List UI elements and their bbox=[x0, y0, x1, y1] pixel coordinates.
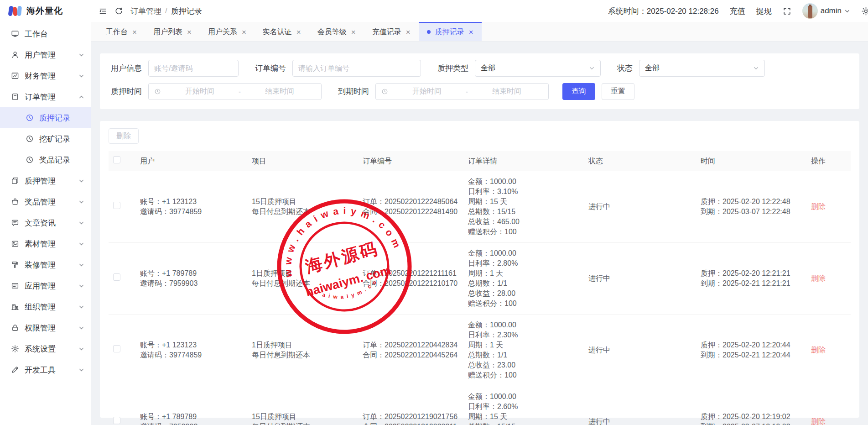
clock-icon bbox=[154, 88, 161, 95]
query-button[interactable]: 查询 bbox=[562, 83, 595, 100]
sidebar-item-system-settings[interactable]: 系统设置 bbox=[0, 338, 91, 359]
delete-row-link[interactable]: 删除 bbox=[811, 274, 826, 282]
close-icon[interactable]: × bbox=[187, 28, 192, 36]
sidebar-item-decoration[interactable]: 装修管理 bbox=[0, 254, 91, 275]
sidebar-item-mining-records[interactable]: 挖矿记录 bbox=[0, 128, 91, 149]
user-menu[interactable]: admin bbox=[802, 3, 850, 19]
sidebar-item-pledge-mgmt[interactable]: 质押管理 bbox=[0, 170, 91, 191]
row-checkbox[interactable] bbox=[113, 417, 120, 424]
close-icon[interactable]: × bbox=[406, 28, 411, 36]
building-icon bbox=[11, 303, 19, 311]
sidebar-item-prize-records[interactable]: 奖品记录 bbox=[0, 149, 91, 170]
range-separator: - bbox=[236, 88, 244, 96]
time-cell: 质押：2025-02-20 12:19:02 到期：2025-03-07 12:… bbox=[701, 412, 811, 425]
table-panel: 删除 用户 项目 订单编号 订单详情 状态 时间 操作 账号：+1 123123 bbox=[100, 121, 859, 418]
paint-icon bbox=[11, 261, 19, 269]
sidebar-item-user-mgmt[interactable]: 用户管理 bbox=[0, 44, 91, 65]
order-detail-cell: 金额：1000.00 日利率：3.10% 周期：15 天 总期数：15/15 总… bbox=[468, 177, 588, 237]
select-all-checkbox[interactable] bbox=[113, 156, 120, 163]
sidebar-item-app-mgmt[interactable]: 应用管理 bbox=[0, 275, 91, 296]
chevron-down-icon bbox=[78, 367, 84, 373]
tab-recharge-records[interactable]: 充值记录 × bbox=[364, 22, 419, 41]
table-row: 账号：+1 789789 邀请码：7959903 15日质押项目 每日付息到期还… bbox=[109, 386, 851, 425]
row-checkbox[interactable] bbox=[113, 345, 120, 352]
order-no-cell: 订单：202502201221211161 合同：202502201221210… bbox=[363, 268, 468, 289]
delete-row-link[interactable]: 删除 bbox=[811, 203, 826, 210]
avatar[interactable] bbox=[802, 3, 818, 19]
chevron-down-icon bbox=[78, 325, 84, 331]
tab-label: 充值记录 bbox=[372, 27, 401, 37]
sidebar-item-order-mgmt[interactable]: 订单管理 bbox=[0, 86, 91, 107]
collapse-menu-icon[interactable] bbox=[99, 7, 107, 16]
order-detail-cell: 金额：1000.00 日利率：2.80% 周期：1 天 总期数：1/1 总收益：… bbox=[468, 248, 588, 309]
batch-delete-button[interactable]: 删除 bbox=[109, 128, 139, 144]
sidebar-item-org-mgmt[interactable]: 组织管理 bbox=[0, 296, 91, 317]
settings-gear-icon[interactable] bbox=[861, 6, 868, 16]
tab-bar: 工作台 × 用户列表 × 用户关系 × 实名认证 × 会员等级 × 充值记录 ×… bbox=[91, 22, 868, 42]
tab-user-relation[interactable]: 用户关系 × bbox=[200, 22, 255, 41]
refresh-icon[interactable] bbox=[114, 7, 123, 16]
fullscreen-icon[interactable] bbox=[783, 7, 791, 16]
table-row: 账号：+1 123123 邀请码：39774859 1日质押项目 每日付息到期还… bbox=[109, 315, 851, 386]
clock-icon bbox=[26, 156, 34, 164]
close-icon[interactable]: × bbox=[132, 28, 137, 36]
sidebar-item-articles[interactable]: 文章资讯 bbox=[0, 212, 91, 233]
pledge-time-start[interactable]: 开始时间 bbox=[164, 87, 236, 96]
row-checkbox[interactable] bbox=[113, 273, 120, 281]
monitor-icon bbox=[11, 30, 19, 38]
withdraw-button[interactable]: 提现 bbox=[756, 6, 772, 16]
status-select[interactable]: 全部 bbox=[639, 60, 765, 77]
app-logo: 海外量化 bbox=[0, 0, 91, 22]
pledge-time-label: 质押时间 bbox=[111, 86, 142, 97]
sidebar-item-prize-mgmt[interactable]: 奖品管理 bbox=[0, 191, 91, 212]
sidebar-item-materials[interactable]: 素材管理 bbox=[0, 233, 91, 254]
breadcrumb: 订单管理 / 质押记录 bbox=[130, 6, 202, 16]
chevron-down-icon bbox=[78, 346, 84, 352]
table-row: 账号：+1 789789 邀请码：7959903 1日质押项目 每日付息到期还本… bbox=[109, 243, 851, 315]
records-table: 用户 项目 订单编号 订单详情 状态 时间 操作 账号：+1 123123 邀请… bbox=[109, 151, 851, 425]
expire-time-end[interactable]: 结束时间 bbox=[471, 87, 543, 96]
delete-row-link[interactable]: 删除 bbox=[811, 418, 826, 425]
reset-button[interactable]: 重置 bbox=[602, 83, 634, 100]
system-time-value: 2025-02-20 12:28:26 bbox=[647, 7, 719, 16]
sidebar-item-dev-tools[interactable]: 开发工具 bbox=[0, 359, 91, 380]
tab-member-level[interactable]: 会员等级 × bbox=[309, 22, 364, 41]
tab-user-list[interactable]: 用户列表 × bbox=[145, 22, 200, 41]
tab-real-name-auth[interactable]: 实名认证 × bbox=[255, 22, 309, 41]
status-cell: 进行中 bbox=[588, 417, 701, 425]
clock-icon bbox=[26, 135, 34, 143]
delete-row-link[interactable]: 删除 bbox=[811, 346, 826, 354]
user-cell: 账号：+1 789789 邀请码：7959903 bbox=[140, 268, 252, 289]
col-status: 状态 bbox=[588, 156, 701, 166]
sidebar-nav: 工作台 用户管理 财务管理 订单管理 质押记录 挖矿记录 奖品记录 质押管理 奖 bbox=[0, 22, 91, 380]
image-icon bbox=[11, 240, 19, 248]
sidebar-item-finance-mgmt[interactable]: 财务管理 bbox=[0, 65, 91, 86]
tab-label: 会员等级 bbox=[317, 27, 347, 37]
expire-time-start[interactable]: 开始时间 bbox=[391, 87, 463, 96]
sidebar-item-permission-mgmt[interactable]: 权限管理 bbox=[0, 317, 91, 338]
sidebar-item-pledge-records[interactable]: 质押记录 bbox=[0, 107, 91, 128]
user-info-input[interactable] bbox=[148, 60, 239, 77]
pledge-type-select[interactable]: 全部 bbox=[475, 60, 601, 77]
close-icon[interactable]: × bbox=[242, 28, 246, 36]
row-checkbox[interactable] bbox=[113, 202, 120, 209]
tab-pledge-records[interactable]: 质押记录 × bbox=[419, 22, 482, 41]
order-no-input[interactable] bbox=[292, 60, 421, 77]
close-icon[interactable]: × bbox=[469, 28, 473, 36]
close-icon[interactable]: × bbox=[296, 28, 301, 36]
breadcrumb-separator: / bbox=[165, 6, 167, 16]
project-cell: 15日质押项目 每日付息到期还本 bbox=[252, 412, 363, 425]
pledge-time-range[interactable]: 开始时间 - 结束时间 bbox=[148, 83, 322, 100]
recharge-button[interactable]: 充值 bbox=[730, 6, 745, 16]
chevron-down-icon bbox=[78, 199, 84, 205]
app-root: 海外量化 工作台 用户管理 财务管理 订单管理 质押记录 挖矿记录 奖品记录 bbox=[0, 0, 868, 425]
chevron-down-icon bbox=[844, 8, 850, 14]
sidebar-item-workbench[interactable]: 工作台 bbox=[0, 23, 91, 44]
expire-time-range[interactable]: 开始时间 - 结束时间 bbox=[375, 83, 549, 100]
top-header: 订单管理 / 质押记录 系统时间：2025-02-20 12:28:26 充值 … bbox=[91, 0, 868, 22]
order-no-cell: 订单：202502201219021756 合同：202502201219020… bbox=[363, 412, 468, 425]
pledge-time-end[interactable]: 结束时间 bbox=[244, 87, 316, 96]
breadcrumb-level1[interactable]: 订单管理 bbox=[130, 6, 161, 16]
close-icon[interactable]: × bbox=[351, 28, 356, 36]
tab-workbench[interactable]: 工作台 × bbox=[98, 22, 145, 41]
